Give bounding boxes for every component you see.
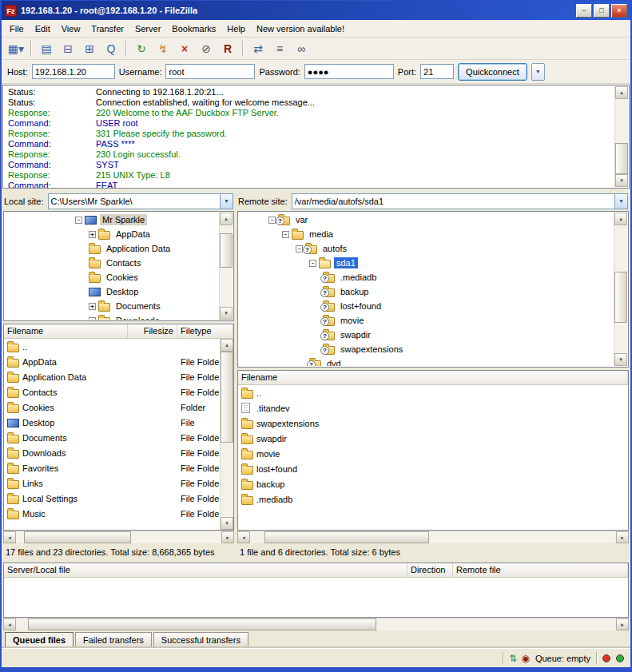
cancel-icon[interactable]: ×	[174, 40, 195, 58]
scroll-up-button[interactable]: ▴	[220, 213, 233, 225]
tree-item[interactable]: media	[239, 227, 614, 241]
tree-item[interactable]: Mr Sparkle	[5, 213, 219, 227]
sync-status-icon[interactable]: ⇅	[509, 654, 517, 663]
queue-column-header[interactable]: Remote file	[453, 563, 628, 577]
file-row[interactable]: .mediadb	[238, 491, 628, 507]
toggle-queue-icon[interactable]: Q	[101, 40, 121, 58]
scroll-right-button[interactable]: ▸	[616, 618, 629, 630]
tree-item[interactable]: movie	[239, 313, 614, 328]
local-list-vertical-scrollbar[interactable]: ▴ ▾	[220, 339, 233, 530]
tree-expander-icon[interactable]	[89, 303, 96, 310]
tree-item[interactable]: lost+found	[239, 299, 614, 313]
close-button[interactable]: ×	[611, 4, 627, 18]
username-input[interactable]	[165, 64, 255, 79]
speed-limit-icon[interactable]: ◉	[521, 654, 529, 663]
scroll-down-button[interactable]: ▾	[221, 517, 233, 530]
menu-item[interactable]: Server	[129, 22, 166, 36]
tree-item[interactable]: .mediadb	[239, 270, 614, 284]
scroll-down-button[interactable]: ▾	[614, 353, 627, 366]
refresh-icon[interactable]: ↻	[131, 40, 152, 58]
scrollbar-thumb[interactable]	[220, 233, 233, 268]
scrollbar-thumb[interactable]	[221, 352, 233, 443]
file-row[interactable]: movie	[238, 446, 628, 461]
tree-item[interactable]: Downloads	[5, 313, 219, 320]
scroll-right-button[interactable]: ▸	[616, 531, 629, 543]
scroll-up-button[interactable]: ▴	[221, 339, 233, 352]
queue-horizontal-scrollbar[interactable]: ◂ ▸	[3, 618, 629, 630]
file-row[interactable]: ..	[4, 339, 219, 354]
tree-item[interactable]: var	[239, 213, 614, 227]
file-row[interactable]: backup	[238, 476, 628, 491]
tree-item[interactable]: Contacts	[5, 256, 219, 270]
disconnect-icon[interactable]: ⊘	[196, 40, 217, 58]
queue-tab[interactable]: Failed transfers	[75, 632, 152, 648]
file-row[interactable]: DocumentsFile Folder	[4, 430, 219, 445]
local-site-combo[interactable]: C:\Users\Mr Sparkle\ ▾	[48, 193, 233, 209]
tree-item[interactable]: sda1	[239, 256, 614, 270]
file-row[interactable]: ContactsFile Folder	[4, 384, 219, 400]
remote-horizontal-scrollbar[interactable]: ◂ ▸	[237, 531, 629, 543]
remote-tree-vertical-scrollbar[interactable]: ▴ ▾	[614, 213, 627, 366]
titlebar[interactable]: Fz 192.168.1.20 - root@192.168.1.20 - Fi…	[2, 1, 630, 20]
tree-item[interactable]: Desktop	[5, 284, 219, 299]
menu-item[interactable]: Transfer	[85, 22, 129, 36]
file-row[interactable]: MusicFile Folder	[4, 506, 219, 521]
local-tree-vertical-scrollbar[interactable]: ▴ ▾	[219, 213, 233, 320]
tree-item[interactable]: backup	[239, 284, 614, 299]
queue-tab[interactable]: Queued files	[5, 632, 74, 648]
reconnect-icon[interactable]: R	[217, 40, 238, 58]
column-header[interactable]: Filename	[238, 371, 628, 384]
quickconnect-dropdown-button[interactable]: ▾	[531, 63, 545, 81]
port-input[interactable]	[420, 64, 454, 79]
maximize-button[interactable]: □	[594, 4, 610, 18]
file-row[interactable]: .titandev	[238, 400, 628, 416]
scroll-left-button[interactable]: ◂	[3, 531, 16, 543]
tree-item[interactable]: AppData	[5, 227, 219, 241]
scroll-up-button[interactable]: ▴	[614, 213, 627, 225]
tree-expander-icon[interactable]	[282, 231, 289, 238]
file-row[interactable]: AppDataFile Folder	[4, 354, 219, 369]
file-row[interactable]: LinksFile Folder	[4, 475, 219, 491]
column-header[interactable]: Filesize	[128, 324, 177, 338]
scroll-up-button[interactable]: ▴	[615, 86, 628, 99]
menu-item[interactable]: View	[56, 22, 86, 36]
queue-column-header[interactable]: Direction	[407, 563, 453, 577]
synchronized-browsing-icon[interactable]: ≡	[269, 40, 290, 58]
menu-item[interactable]: New version available!	[251, 22, 350, 36]
file-row[interactable]: swapdir	[238, 431, 628, 446]
remote-site-combo[interactable]: /var/media/autofs/sda1 ▾	[292, 193, 628, 209]
minimize-button[interactable]: −	[576, 4, 592, 18]
chevron-down-icon[interactable]: ▾	[614, 194, 627, 209]
tree-item[interactable]: swapextensions	[239, 342, 614, 356]
log-vertical-scrollbar[interactable]: ▴ ▾	[614, 86, 628, 187]
scrollbar-thumb[interactable]	[28, 618, 376, 630]
tree-expander-icon[interactable]	[268, 217, 276, 224]
tree-expander-icon[interactable]	[296, 245, 303, 252]
file-row[interactable]: FavoritesFile Folder	[4, 460, 219, 475]
file-row[interactable]: Local SettingsFile Folder	[4, 491, 219, 506]
file-row[interactable]: CookiesFolder	[4, 400, 219, 415]
file-row[interactable]: ..	[238, 385, 628, 400]
file-row[interactable]: lost+found	[238, 461, 628, 476]
queue-tab[interactable]: Successful transfers	[153, 632, 248, 648]
scroll-right-button[interactable]: ▸	[221, 531, 234, 543]
tree-item[interactable]: Cookies	[5, 270, 219, 284]
column-header[interactable]: Filetype	[177, 324, 233, 338]
file-row[interactable]: DownloadsFile Folder	[4, 445, 219, 460]
tree-expander-icon[interactable]	[89, 231, 96, 238]
file-row[interactable]: Application DataFile Folder	[4, 369, 219, 384]
file-row[interactable]: DesktopFile	[4, 415, 219, 430]
host-input[interactable]	[32, 64, 115, 79]
file-row[interactable]: swapextensions	[238, 416, 628, 431]
menu-item[interactable]: Help	[221, 22, 251, 36]
scrollbar-thumb[interactable]	[615, 143, 628, 174]
queue-column-header[interactable]: Server/Local file	[4, 563, 407, 577]
scrollbar-thumb[interactable]	[264, 531, 429, 543]
process-queue-icon[interactable]: ↯	[153, 40, 173, 58]
menu-item[interactable]: File	[4, 22, 30, 36]
toggle-message-log-icon[interactable]: ▤	[36, 40, 57, 58]
menu-item[interactable]: Edit	[30, 22, 56, 36]
tree-item[interactable]: dvd	[239, 356, 614, 366]
tree-item[interactable]: swapdir	[239, 328, 614, 342]
tree-expander-icon[interactable]	[89, 317, 96, 320]
